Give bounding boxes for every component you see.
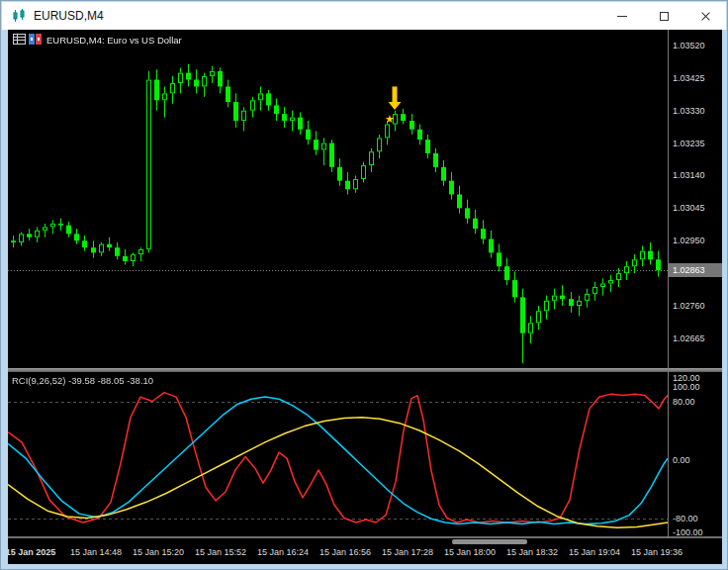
rci-indicator-pane[interactable]: RCI(9,26,52) -39.58 -88.05 -38.10 [8, 372, 668, 536]
indicator-axis-label: 0.00 [673, 455, 690, 465]
close-button[interactable] [684, 2, 726, 30]
chart-client-area: EURUSD,M4: Euro vs US Dollar RCI(9,26,52… [8, 30, 722, 564]
indicator-label: RCI(9,26,52) -39.58 -88.05 -38.10 [12, 375, 153, 386]
legend-symbol-text: EURUSD,M4: Euro vs US Dollar [46, 35, 182, 46]
time-axis-labels: 15 Jan 202515 Jan 14:4815 Jan 15:2015 Ja… [8, 538, 722, 564]
one-click-trading-icon[interactable] [29, 34, 42, 47]
legend-icons [13, 34, 42, 47]
rci-canvas[interactable] [8, 372, 668, 536]
indicator-axis-label: 100.00 [673, 382, 700, 392]
time-axis-label: 15 Jan 15:20 [133, 547, 184, 557]
chart-legend: EURUSD,M4: Euro vs US Dollar [13, 34, 182, 47]
time-axis-label: 15 Jan 2025 [8, 547, 55, 557]
indicator-axis-label: -80.00 [673, 514, 698, 523]
price-axis[interactable]: 1.035201.034251.033301.032351.031401.030… [669, 30, 722, 538]
minimize-button[interactable] [601, 2, 643, 30]
time-axis-label: 15 Jan 19:36 [631, 547, 682, 557]
time-axis[interactable]: 15 Jan 202515 Jan 14:4815 Jan 15:2015 Ja… [8, 538, 722, 564]
window-controls [601, 2, 726, 30]
minimize-icon [617, 16, 627, 17]
indicator-axis-labels: 120.00100.0080.000.00-80.00-100.00 [669, 30, 722, 538]
time-axis-label: 15 Jan 15:52 [195, 547, 246, 557]
indicator-axis-label: 80.00 [673, 397, 695, 407]
price-chart-pane[interactable]: EURUSD,M4: Euro vs US Dollar [8, 30, 668, 368]
current-price-badge: 1.02863 [669, 263, 722, 277]
window-title: EURUSD,M4 [34, 9, 104, 23]
maximize-icon [660, 12, 669, 21]
time-axis-label: 15 Jan 18:00 [444, 547, 496, 557]
time-axis-label: 15 Jan 16:24 [257, 547, 309, 557]
time-axis-label: 15 Jan 14:48 [70, 547, 122, 557]
time-axis-label: 15 Jan 16:56 [319, 547, 371, 557]
titlebar[interactable]: EURUSD,M4 [2, 2, 726, 30]
candlestick-canvas[interactable] [8, 30, 668, 368]
time-axis-label: 15 Jan 19:04 [569, 547, 620, 557]
market-depth-icon[interactable] [13, 34, 26, 47]
indicator-axis-label: -100.00 [673, 527, 703, 537]
time-axis-label: 15 Jan 17:28 [382, 547, 433, 557]
maximize-button[interactable] [643, 2, 684, 30]
close-icon [700, 11, 711, 22]
chart-window: EURUSD,M4 [0, 0, 728, 570]
chart-window-icon[interactable] [10, 7, 28, 25]
time-axis-label: 15 Jan 18:32 [506, 547, 558, 557]
